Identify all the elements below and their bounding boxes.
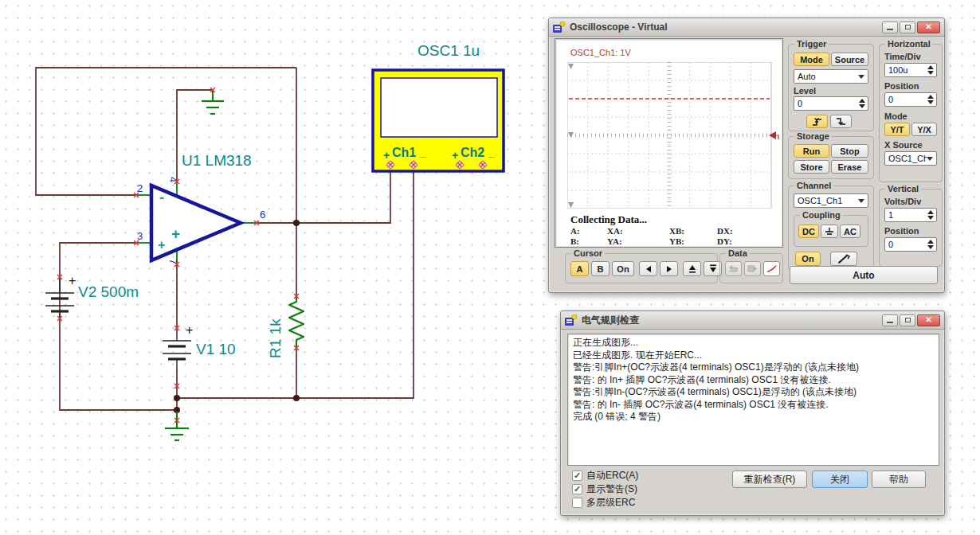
readout-xa: XA: [607, 226, 623, 236]
minimize-button[interactable] [882, 314, 898, 326]
trigger-mode-select[interactable]: Auto [794, 69, 868, 84]
cursor-right-button[interactable] [660, 261, 678, 276]
erc-message: 已经生成图形. 现在开始ERC... [573, 350, 934, 362]
close-button[interactable]: ✕ [917, 314, 940, 326]
checkbox-unchecked[interactable] [572, 498, 582, 508]
storage-store-button[interactable]: Store [794, 160, 829, 174]
readout-yb: YB: [669, 236, 684, 246]
multilevel-erc-checkbox-row[interactable]: 多层级ERC [572, 496, 635, 510]
maximize-button[interactable] [900, 314, 915, 326]
multilevel-erc-label: 多层级ERC [586, 496, 635, 510]
storage-erase-button[interactable]: Erase [831, 160, 868, 174]
probe-button[interactable] [830, 252, 857, 266]
maximize-button[interactable] [900, 21, 915, 33]
osc-screen [381, 78, 497, 137]
cursor-left-button[interactable] [639, 261, 657, 276]
data-import-button[interactable] [725, 261, 742, 276]
cursor-group: Cursor A B On [565, 253, 718, 283]
cursor-b-button[interactable]: B [591, 261, 610, 276]
checkbox-checked[interactable]: ✓ [572, 484, 582, 494]
chevron-down-icon [858, 75, 864, 79]
storage-run-button[interactable]: Run [794, 144, 829, 158]
cursor-up-limit-button[interactable] [683, 261, 701, 276]
channel-select[interactable]: OSC1_Ch1 [794, 193, 868, 208]
trigger-level-spin[interactable]: 0 [794, 96, 868, 111]
recheck-button[interactable]: 重新检查(R) [732, 471, 807, 488]
checkbox-checked[interactable]: ✓ [572, 471, 582, 481]
scope-channel-label: OSC1_Ch1: 1V [570, 48, 631, 57]
auto-erc-checkbox-row[interactable]: ✓ 自动ERC(A) [572, 469, 638, 482]
storage-stop-button[interactable]: Stop [831, 144, 868, 158]
opamp-minus: - [159, 189, 164, 205]
battery-v1[interactable]: + V1 10 [163, 323, 236, 368]
storage-group-label: Storage [794, 131, 832, 142]
v2-plus: + [69, 274, 76, 287]
storage-group: Storage Run Stop Store Erase [788, 136, 874, 179]
close-dialog-button[interactable]: 关闭 [812, 471, 868, 488]
h-position-label: Position [884, 81, 919, 91]
ground-top[interactable] [202, 90, 224, 114]
voltsdiv-spin[interactable]: 1 [884, 208, 937, 222]
arrow-down-bar-icon [709, 264, 717, 273]
erc-message: 正在生成图形... [573, 337, 934, 350]
coupling-gnd-button[interactable] [821, 225, 838, 238]
readout-dx: DX: [717, 226, 733, 236]
graph-curve-icon [766, 264, 777, 273]
erc-message-list[interactable]: 正在生成图形... 已经生成图形. 现在开始ERC... 警告:引脚In+(OC… [567, 334, 939, 466]
coupling-ac-button[interactable]: AC [840, 225, 860, 238]
auto-setup-button[interactable]: Auto [790, 266, 938, 284]
osc-ch1-minus: _ [419, 146, 426, 158]
trigger-group: Trigger Mode Source Auto Level 0 [788, 44, 874, 131]
oscilloscope-window: Oscilloscope - Virtual ✕ OSC1_Ch1: 1V [548, 18, 945, 293]
wire-net[interactable] [36, 68, 414, 412]
trigger-mode-button[interactable]: Mode [794, 53, 829, 66]
opamp-u1[interactable]: - + + 2 3 6 4 7 U1 LM318 [136, 152, 265, 264]
readout-ya: YA: [607, 236, 622, 246]
dialog-title: 电气规则检查 [582, 314, 882, 327]
vertical-group-label: Vertical [885, 184, 921, 194]
chevron-down-icon [858, 199, 864, 203]
v-position-label: Position [884, 226, 919, 236]
scope-plot [567, 62, 779, 209]
h-position-spin[interactable]: 0 [884, 92, 937, 107]
trigger-rising-edge-button[interactable] [806, 115, 828, 128]
trigger-falling-edge-button[interactable] [830, 115, 852, 128]
timediv-spin[interactable]: 100u [884, 63, 937, 77]
channel-on-button[interactable]: On [795, 252, 821, 266]
show-warnings-checkbox-row[interactable]: ✓ 显示警告(S) [572, 482, 637, 496]
cursor-a-button[interactable]: A [570, 261, 589, 276]
opamp-pin3: 3 [137, 230, 143, 242]
r1-label: R1 1k [267, 318, 284, 358]
help-button[interactable]: 帮助 [872, 471, 926, 488]
erc-dialog: 电气规则检查 ✕ 正在生成图形... 已经生成图形. 现在开始ERC... 警告… [560, 310, 945, 516]
cursor-on-button[interactable]: On [612, 261, 634, 276]
opamp-pin6: 6 [260, 209, 265, 221]
junction-dots [174, 220, 300, 413]
v-position-spin[interactable]: 0 [884, 237, 937, 252]
erc-titlebar[interactable]: 电气规则检查 ✕ [561, 311, 944, 330]
opamp-plus-mid: + [171, 225, 180, 242]
v1-plus: + [186, 323, 193, 337]
readout-dy: DY: [717, 236, 732, 246]
minimize-button[interactable] [882, 21, 898, 33]
osc-ch2-plus: + [452, 149, 458, 162]
ground-bottom[interactable] [165, 412, 189, 440]
opamp-ref-label: U1 LM318 [182, 152, 252, 169]
trigger-source-button[interactable]: Source [831, 53, 868, 66]
close-button[interactable]: ✕ [917, 21, 940, 33]
xsource-select[interactable]: OSC1_Ch: [884, 151, 937, 166]
falling-edge-icon [836, 117, 847, 127]
oscilloscope-titlebar[interactable]: Oscilloscope - Virtual ✕ [549, 18, 944, 37]
osc-ch1-label: Ch1 [392, 146, 416, 159]
horizontal-group-label: Horizontal [885, 39, 933, 49]
data-export-button[interactable] [744, 261, 761, 276]
h-mode-label: Mode [884, 111, 907, 121]
oscilloscope-part[interactable]: OSC1 1u + Ch1 _ + Ch2 _ [373, 42, 504, 171]
yx-mode-button[interactable]: Y/X [911, 123, 937, 136]
probe-icon [837, 254, 851, 264]
show-warnings-label: 显示警告(S) [586, 482, 637, 496]
yt-mode-button[interactable]: Y/T [884, 123, 910, 136]
coupling-dc-button[interactable]: DC [798, 225, 819, 238]
data-graph-button[interactable] [763, 261, 780, 276]
trigger-level-label: Level [794, 86, 816, 96]
